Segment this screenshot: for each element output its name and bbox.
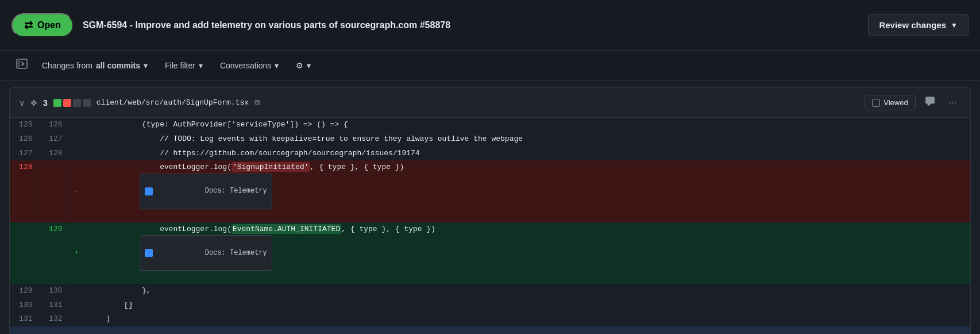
table-row: 129 + eventLogger.log(EventName.AUTH_INI…: [10, 222, 970, 284]
docs-badge-icon: [145, 187, 153, 195]
expand-row: · · · ↓: [10, 327, 970, 334]
line-num-new: 131: [40, 298, 70, 313]
change-count: 3: [43, 98, 48, 108]
top-bar: ⇄ Open SGM-6594 - Improve and add teleme…: [0, 0, 980, 51]
pill-unchanged-2: [83, 99, 91, 107]
line-code: eventLogger.log('SignupInitiated', { typ…: [83, 160, 970, 222]
file-filter-chevron-icon: ▾: [199, 61, 203, 70]
conversations-label: Conversations: [220, 61, 272, 70]
expand-dots-icon: · · ·: [472, 331, 508, 334]
file-filter-label: File filter: [165, 61, 195, 70]
expand-cell: · · · ↓: [10, 327, 970, 334]
line-code: // TODO: Log events with keepalive=true …: [83, 132, 970, 147]
collapse-sidebar-button[interactable]: [11, 56, 32, 74]
diff-container: ∨ ✥ 3 client/web/src/auth/SignUpForm.tsx…: [9, 87, 971, 334]
file-move-icon: ✥: [30, 98, 37, 108]
line-sign: -: [70, 160, 83, 222]
line-sign: [70, 118, 83, 132]
file-header: ∨ ✥ 3 client/web/src/auth/SignUpForm.tsx…: [10, 88, 970, 118]
settings-button[interactable]: ⚙ ▾: [288, 57, 318, 74]
chevron-down-icon: ▼: [951, 21, 958, 29]
line-num-old: 126: [10, 132, 40, 147]
line-code: eventLogger.log(EventName.AUTH_INITIATED…: [83, 222, 970, 284]
pill-unchanged-1: [73, 99, 81, 107]
line-code: },: [83, 284, 970, 298]
open-label: Open: [37, 20, 61, 30]
settings-chevron-icon: ▾: [307, 61, 311, 70]
line-num-old: 127: [10, 147, 40, 161]
viewed-label: Viewed: [883, 98, 908, 107]
commits-label: all commits: [96, 61, 140, 70]
line-sign: [70, 298, 83, 313]
line-num-old: 131: [10, 312, 40, 327]
line-code: []: [83, 298, 970, 313]
file-path: client/web/src/auth/SignUpForm.tsx: [97, 98, 249, 107]
commits-chevron-icon: ▾: [144, 61, 148, 70]
toolbar-row: Changes from all commits ▾ File filter ▾…: [0, 51, 980, 80]
line-num-old: 130: [10, 298, 40, 313]
line-num-old: 128: [10, 160, 40, 222]
line-num-new: 129: [40, 222, 70, 284]
line-num-new: [40, 160, 70, 222]
file-header-left: ∨ ✥ 3 client/web/src/auth/SignUpForm.tsx…: [19, 98, 858, 108]
diff-table: 125 126 (type: AuthProvider['serviceType…: [10, 118, 970, 334]
comment-icon-button[interactable]: [923, 94, 937, 112]
added-highlight: EventName.AUTH_INITIATED: [232, 224, 341, 234]
viewed-checkbox: [872, 99, 880, 107]
pr-icon: ⇄: [24, 19, 33, 32]
line-sign: +: [70, 222, 83, 284]
copy-path-icon[interactable]: ⧉: [254, 98, 260, 108]
file-filter-button[interactable]: File filter ▾: [157, 57, 210, 74]
changes-from-label: Changes from: [42, 61, 92, 70]
docs-telemetry-badge-removed: Docs: Telemetry: [140, 174, 272, 209]
line-sign: [70, 147, 83, 161]
line-num-old: 125: [10, 118, 40, 132]
gear-icon: ⚙: [296, 61, 303, 70]
diff-pills: [53, 99, 91, 107]
viewed-button[interactable]: Viewed: [865, 95, 915, 110]
table-row: 130 131 []: [10, 298, 970, 313]
line-num-new: 128: [40, 147, 70, 161]
line-sign: [70, 132, 83, 147]
line-num-old: 129: [10, 284, 40, 298]
line-code: // https://github.com/sourcegraph/source…: [83, 147, 970, 161]
changes-from-button[interactable]: Changes from all commits ▾: [34, 57, 155, 74]
table-row: 125 126 (type: AuthProvider['serviceType…: [10, 118, 970, 132]
line-code: ): [83, 312, 970, 327]
line-sign: [70, 284, 83, 298]
table-row: 129 130 },: [10, 284, 970, 298]
svg-line-3: [21, 64, 24, 66]
docs-badge-icon: [145, 249, 153, 257]
conversations-chevron-icon: ▾: [275, 61, 279, 70]
pr-title: SGM-6594 - Improve and add telemetry on …: [83, 20, 859, 30]
svg-rect-1: [17, 59, 20, 68]
more-options-button[interactable]: ···: [944, 95, 961, 110]
conversations-button[interactable]: Conversations ▾: [213, 57, 287, 74]
line-num-new: 127: [40, 132, 70, 147]
line-num-old: [10, 222, 40, 284]
table-row: 128 - eventLogger.log('SignupInitiated',…: [10, 160, 970, 222]
file-collapse-icon[interactable]: ∨: [19, 98, 25, 108]
line-sign: [70, 312, 83, 327]
line-num-new: 126: [40, 118, 70, 132]
file-header-right: Viewed ···: [865, 94, 961, 112]
pill-removed: [63, 99, 71, 107]
open-badge-button[interactable]: ⇄ Open: [11, 13, 74, 37]
table-row: 126 127 // TODO: Log events with keepali…: [10, 132, 970, 147]
expand-button[interactable]: · · · ↓: [472, 331, 508, 334]
pill-added: [53, 99, 61, 107]
review-changes-label: Review changes: [879, 20, 946, 30]
svg-line-2: [21, 62, 24, 64]
line-num-new: 132: [40, 312, 70, 327]
line-code: (type: AuthProvider['serviceType']) => (…: [83, 118, 970, 132]
line-num-new: 130: [40, 284, 70, 298]
review-changes-button[interactable]: Review changes ▼: [868, 14, 969, 36]
docs-telemetry-badge-added: Docs: Telemetry: [140, 235, 272, 271]
table-row: 127 128 // https://github.com/sourcegrap…: [10, 147, 970, 161]
removed-highlight: 'SignupInitiated': [232, 162, 310, 172]
table-row: 131 132 ): [10, 312, 970, 327]
